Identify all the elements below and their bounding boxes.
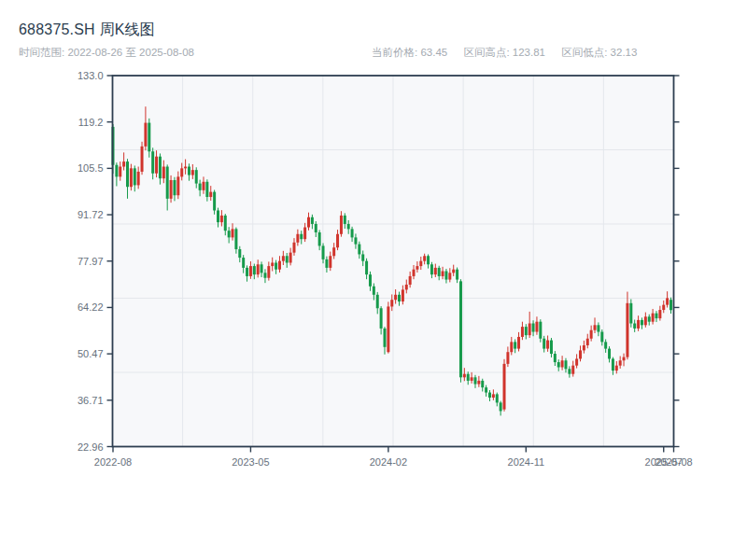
candle-body [543, 339, 545, 349]
candle-body [633, 324, 636, 329]
candle-body [151, 151, 154, 173]
candle-body [369, 274, 372, 287]
candle-body [300, 234, 303, 239]
candle-body [119, 167, 121, 177]
candle-body [405, 285, 408, 289]
candle-body [180, 168, 183, 176]
candle-body [503, 364, 506, 410]
candle-body [228, 231, 231, 237]
candle-body [419, 261, 422, 266]
candle-body [579, 350, 582, 358]
candle-body [557, 362, 560, 367]
candle-body [292, 243, 295, 253]
y-tick-label: 36.71 [78, 395, 104, 406]
candle-body [444, 272, 447, 280]
candle-body [257, 264, 260, 274]
candle-body [318, 232, 321, 245]
candle-body [271, 262, 274, 266]
candle-body [148, 123, 150, 152]
candle-body [340, 216, 343, 234]
candle-body [586, 339, 589, 345]
kline-page: 688375.SH 周K线图 时间范围: 2022-08-26 至 2025-0… [0, 0, 747, 560]
candle-body [525, 327, 528, 335]
y-tick-label: 77.97 [78, 256, 104, 267]
candle-body [655, 314, 657, 318]
candle-body [615, 366, 618, 371]
candle-body [263, 273, 266, 277]
candle-body [583, 345, 585, 350]
candle-body [380, 308, 383, 329]
candle-body [134, 168, 136, 185]
candle-body [387, 306, 389, 352]
candle-body [376, 295, 379, 308]
candle-body [188, 167, 190, 175]
candle-body [481, 381, 484, 387]
candle-body [159, 157, 162, 178]
y-tick-label: 22.96 [78, 441, 104, 453]
candle-body [456, 270, 458, 280]
y-axis-labels: 133.0119.2105.591.7277.9764.2250.4736.71… [78, 70, 104, 453]
candle-body [590, 330, 593, 339]
candle-body [315, 224, 317, 232]
candle-body [619, 360, 622, 365]
candle-body [347, 224, 350, 229]
y-tick-label: 119.2 [78, 117, 104, 128]
candle-body [282, 256, 285, 260]
candle-body [423, 256, 426, 260]
candle-body [344, 216, 346, 224]
candle-body [514, 342, 516, 348]
candle-body [209, 192, 212, 197]
candle-body [122, 161, 125, 166]
candle-body [162, 167, 165, 179]
candle-body [166, 167, 169, 199]
candle-body [529, 324, 531, 336]
candle-body [409, 276, 412, 285]
candle-body [658, 310, 661, 318]
candle-body [278, 261, 281, 270]
x-tick-label: 2023-05 [232, 456, 269, 468]
candle-body [249, 266, 252, 276]
candle-body [604, 342, 607, 348]
candle-body [539, 322, 542, 339]
candle-body [485, 387, 487, 392]
candle-body [383, 329, 386, 347]
candle-body [398, 295, 401, 301]
y-tick-label: 91.72 [78, 209, 104, 220]
candle-body [532, 324, 535, 332]
candle-body [325, 259, 328, 268]
candle-body [329, 256, 331, 268]
candle-body [141, 147, 144, 172]
candle-body [242, 258, 245, 268]
x-tick-label: 2022-08 [94, 456, 132, 468]
candle-body [351, 229, 354, 237]
candle-body [358, 245, 360, 255]
candle-body [199, 184, 202, 190]
candle-body [213, 192, 216, 211]
candle-body [217, 210, 219, 222]
candle-body [561, 360, 564, 367]
candle-body [311, 217, 314, 224]
candle-body [623, 357, 626, 361]
candle-body [626, 303, 628, 357]
candle-body [286, 256, 289, 262]
candle-body [648, 316, 651, 321]
candle-body [594, 325, 597, 329]
candle-body [234, 229, 237, 249]
y-tick-label: 64.22 [78, 301, 104, 313]
candle-body [471, 377, 473, 381]
candle-body [652, 314, 655, 322]
candle-body [365, 261, 368, 274]
candle-body [137, 172, 140, 185]
candle-body [550, 341, 553, 354]
candle-body [477, 381, 480, 385]
candle-body [413, 270, 416, 276]
candle-body [332, 247, 335, 256]
candle-body [275, 262, 277, 269]
candle-body [600, 332, 603, 343]
candle-body [666, 298, 669, 304]
candle-body [224, 216, 227, 231]
candle-body [488, 393, 491, 398]
candle-body [253, 266, 256, 274]
x-tick-label: 2024-02 [370, 456, 407, 468]
candle-body [354, 237, 357, 244]
